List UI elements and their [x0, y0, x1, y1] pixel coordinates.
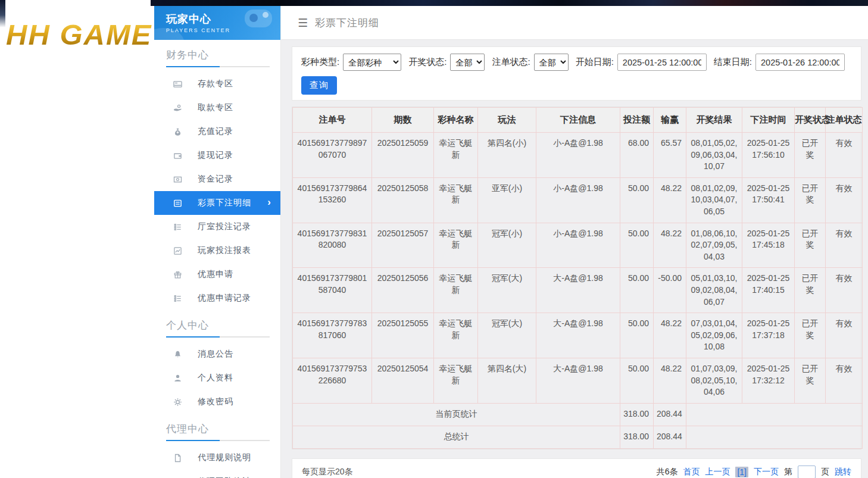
sidebar-item-player-bet-report[interactable]: 玩家投注报表› [154, 239, 280, 263]
sidebar-item-change-password[interactable]: 修改密码› [154, 390, 280, 414]
table-row: 40156917377989706707020250125059幸运飞艇新第四名… [293, 133, 863, 178]
sidebar-item-promo-apply[interactable]: 优惠申请› [154, 263, 280, 286]
page-summary-winloss: 208.44 [654, 403, 686, 426]
cell: 08,01,05,02,09,06,03,04,10,07 [686, 133, 742, 178]
first-page-link[interactable]: 首页 [683, 467, 700, 477]
total-summary-bet: 318.00 [620, 426, 654, 448]
column-header: 彩种名称 [434, 108, 478, 133]
corner-shade [0, 0, 5, 27]
sidebar-nav: 财务中心存款专区›取款专区›充值记录›提现记录›资金记录›彩票下注明细›厅室投注… [154, 40, 280, 478]
start-date-input[interactable] [617, 54, 707, 71]
section-divider [166, 336, 270, 338]
page-summary-row: 当前页统计 318.00 208.44 [293, 403, 863, 426]
hamburger-menu-icon[interactable]: ☰ [298, 16, 308, 30]
sidebar-item-announcements[interactable]: 消息公告› [154, 342, 280, 366]
cell: 冠军(大) [478, 313, 536, 358]
next-page-link[interactable]: 下一页 [754, 467, 779, 477]
column-header: 投注额 [620, 108, 654, 133]
end-date-input[interactable] [755, 54, 845, 71]
cell: 01,08,06,10,02,07,09,05,04,03 [686, 223, 742, 268]
cell: 有效 [826, 177, 863, 223]
section-title: 财务中心 [154, 40, 280, 66]
order-status-select[interactable]: 全部 [534, 54, 569, 71]
topbar: ☰ 彩票下注明细 [281, 6, 868, 40]
gear-icon [173, 397, 182, 407]
filter-actions: 查询 [301, 76, 852, 95]
page-summary-empty [686, 403, 863, 426]
sidebar-section: 代理中心 [154, 414, 280, 441]
bets-table: 注单号期数彩种名称玩法下注信息投注额输赢开奖结果下注时间开奖状态注单状态 401… [292, 107, 863, 449]
sidebar-item-promo-apply-records[interactable]: 优惠申请记录› [154, 286, 280, 310]
column-header: 下注信息 [536, 108, 620, 133]
cell: 有效 [826, 313, 863, 358]
table-row: 40156917377983182008020250125057幸运飞艇新冠军(… [293, 223, 863, 268]
sidebar-item-recharge-records[interactable]: 充值记录› [154, 120, 280, 143]
table-row: 40156917377986415326020250125058幸运飞艇新亚军(… [293, 177, 863, 223]
document-icon [173, 453, 182, 463]
user-icon [173, 373, 182, 383]
page-title: 彩票下注明细 [315, 16, 379, 30]
column-header: 注单号 [293, 108, 372, 133]
cell: 20250125059 [372, 133, 434, 178]
cell: 401569173779864153260 [293, 177, 372, 223]
cell: 50.00 [620, 313, 654, 358]
pager: 共6条 首页 上一页 [1] 下一页 第 页 跳转 [657, 465, 851, 478]
sidebar-item-label: 充值记录 [198, 126, 233, 137]
sidebar-item-profile[interactable]: 个人资料› [154, 366, 280, 390]
cell: 大-A盘@1.98 [536, 268, 620, 313]
section-divider [166, 440, 270, 441]
logo-panel: HH GAME [0, 0, 154, 478]
sidebar-item-lottery-bet-details[interactable]: 彩票下注明细› [154, 191, 280, 215]
cell: 05,01,03,10,09,02,08,04,06,07 [686, 268, 742, 313]
prev-page-link[interactable]: 上一页 [705, 467, 730, 477]
moneybag-icon [173, 127, 182, 136]
sidebar-subtitle: PLAYERS CENTER [166, 27, 280, 33]
cell: 2025-01-25 17:37:18 [742, 313, 795, 358]
cell: 2025-01-25 17:45:18 [742, 223, 795, 268]
main-area: ☰ 彩票下注明细 彩种类型: 全部彩种 开奖状态: 全部 注单状态: 全部 开始… [281, 6, 868, 478]
page-summary-label: 当前页统计 [293, 403, 620, 426]
report-icon [173, 246, 182, 255]
sidebar-item-hall-bet-records[interactable]: 厅室投注记录› [154, 215, 280, 239]
sidebar-item-label: 取款专区 [198, 102, 233, 113]
total-summary-row: 总统计 318.00 208.44 [293, 426, 863, 448]
page-jump-input[interactable] [798, 465, 816, 478]
cell: 48.22 [654, 177, 686, 223]
cell: 有效 [826, 133, 863, 178]
sidebar-item-withdraw[interactable]: 取款专区› [154, 96, 280, 120]
column-header: 期数 [372, 108, 434, 133]
cell: 幸运飞艇新 [434, 313, 478, 358]
sidebar-item-agent-team-stats[interactable]: 代理团队统计› [154, 470, 280, 478]
sidebar-item-deposit[interactable]: 存款专区› [154, 72, 280, 96]
cell: 20250125054 [372, 358, 434, 403]
sidebar-section: 财务中心 [154, 40, 280, 67]
sidebar-item-label: 玩家投注报表 [198, 245, 251, 256]
draw-status-select[interactable]: 全部 [450, 54, 485, 71]
lottery-type-select[interactable]: 全部彩种 [343, 54, 401, 71]
cell: 冠军(小) [478, 223, 536, 268]
cell: 401569173779753226680 [293, 358, 372, 403]
gamepad-icon [245, 10, 272, 27]
cell: 48.22 [654, 313, 686, 358]
section-title: 代理中心 [154, 414, 280, 440]
records-icon [173, 293, 182, 303]
cell: 01,07,03,09,08,02,05,10,04,06 [686, 358, 742, 403]
table-summary: 当前页统计 318.00 208.44 总统计 318.00 208.44 [293, 403, 863, 448]
bets-table-card: 注单号期数彩种名称玩法下注信息投注额输赢开奖结果下注时间开奖状态注单状态 401… [292, 107, 861, 449]
cell: 07,03,01,04,05,02,09,06,10,08 [686, 313, 742, 358]
sidebar-item-agent-rules[interactable]: 代理规则说明› [154, 446, 280, 470]
search-button[interactable]: 查询 [301, 76, 337, 95]
cell: 已开奖 [795, 268, 826, 313]
sidebar-item-funds-records[interactable]: 资金记录› [154, 167, 280, 191]
list-icon [173, 198, 182, 208]
jump-link[interactable]: 跳转 [835, 467, 851, 477]
table-header-row: 注单号期数彩种名称玩法下注信息投注额输赢开奖结果下注时间开奖状态注单状态 [293, 108, 863, 133]
page-summary-bet: 318.00 [620, 403, 654, 426]
sidebar-item-label: 提现记录 [198, 150, 233, 161]
cell: 50.00 [620, 177, 654, 223]
end-date-label: 结束日期: [714, 57, 752, 68]
column-header: 开奖状态 [795, 108, 826, 133]
sidebar-item-withdraw-records[interactable]: 提现记录› [154, 143, 280, 167]
cell: 第四名(大) [478, 358, 536, 403]
cell: 2025-01-25 17:50:41 [742, 177, 795, 223]
